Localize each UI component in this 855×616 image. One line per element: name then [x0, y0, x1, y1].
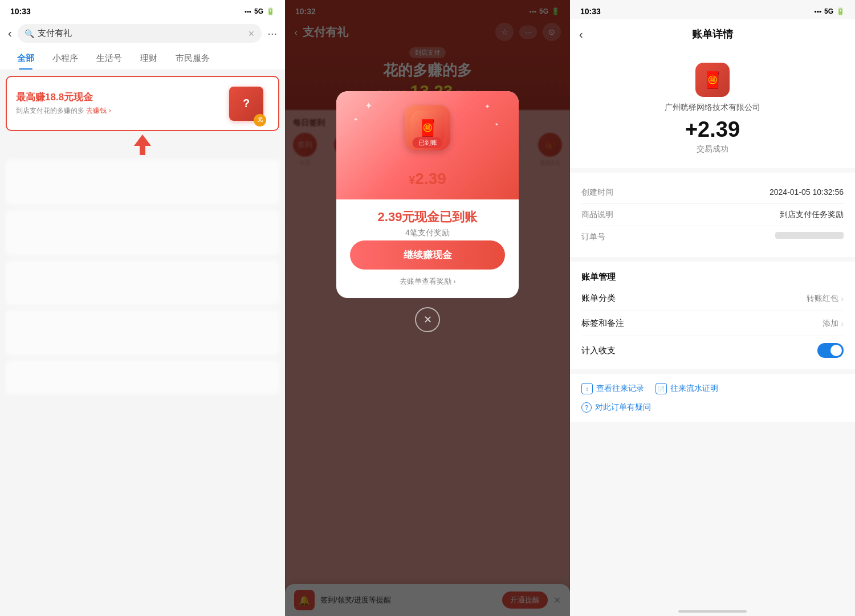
info-label-product: 商品说明 [581, 210, 613, 220]
dispute-label: 对此订单有疑问 [595, 402, 651, 413]
status-bar-p1: 10:33 ▪▪▪ 5G 🔋 [0, 0, 285, 19]
info-label-time: 创建时间 [581, 187, 613, 198]
view-history-link[interactable]: ↕ 查看往来记录 [581, 383, 644, 394]
mgmt-label-income: 计入收支 [581, 345, 616, 356]
action-row-2: ? 对此订单有疑问 [581, 402, 844, 413]
blur-item-4 [6, 310, 279, 356]
mgmt-row-tag[interactable]: 标签和备注 添加 › [581, 311, 844, 336]
battery-p1: 🔋 [266, 7, 275, 15]
question-icon: ? [581, 402, 592, 413]
info-row-product: 商品说明 到店支付任务奖励 [581, 204, 844, 226]
red-arrow-icon [134, 134, 151, 155]
title-prefix: 最高赚 [16, 92, 45, 103]
actions-section: ↕ 查看往来记录 📄 往来流水证明 ? 对此订单有疑问 [570, 374, 855, 422]
popup-icon-tag: 已到账 [413, 137, 443, 148]
search-nav: ‹ 🔍 支付有礼 ✕ ··· [0, 19, 285, 47]
search-icon: 🔍 [25, 29, 34, 38]
sparkle-3: ✦ [484, 103, 490, 111]
blur-item-2 [6, 210, 279, 255]
tab-miniprogram[interactable]: 小程序 [43, 47, 87, 70]
mgmt-label-category: 账单分类 [581, 293, 616, 304]
signal-p1: ▪▪▪ [245, 8, 251, 15]
chevron-right-icon-category: › [841, 294, 844, 303]
tab-all[interactable]: 全部 [8, 47, 43, 70]
search-content: 最高赚18.8元现金 到店支付花的多赚的多 去赚钱 › 元 [0, 70, 285, 616]
spacer [570, 422, 855, 605]
tab-finance[interactable]: 理财 [131, 47, 166, 70]
chevron-right-icon-tag: › [841, 319, 844, 328]
back-button-p1[interactable]: ‹ [8, 27, 12, 40]
home-indicator [678, 610, 747, 613]
popup-main-text: 2.39元现金已到账 [350, 209, 505, 226]
popup-icon-inner: 🧧 已到账 [410, 111, 445, 145]
search-tabs: 全部 小程序 生活号 理财 市民服务 [0, 47, 285, 70]
mgmt-row-category[interactable]: 账单分类 转账红包 › [581, 286, 844, 311]
svg-marker-0 [134, 134, 151, 155]
info-label-orderid: 订单号 [581, 232, 605, 242]
income-toggle[interactable] [817, 343, 844, 358]
mgmt-value-category: 转账红包 [807, 293, 838, 304]
mgmt-label-tag: 标签和备注 [581, 318, 624, 329]
detail-header: ‹ 账单详情 [570, 19, 855, 49]
popup-amount: ¥¥2.392.39 [409, 170, 446, 188]
popup-desc: 4笔支付奖励 [350, 228, 505, 238]
blur-item-1 [6, 160, 279, 205]
info-value-orderid [775, 232, 844, 239]
hongbao-icon: 元 [229, 87, 263, 121]
blur-item-5 [6, 360, 279, 394]
sparkle-4: ✦ [495, 122, 499, 127]
popup-yen: ¥ [409, 174, 415, 186]
tab-life[interactable]: 生活号 [87, 47, 131, 70]
statement-icon: 📄 [656, 383, 667, 394]
view-history-label: 查看往来记录 [596, 384, 644, 394]
dispute-link[interactable]: ? 对此订单有疑问 [581, 402, 651, 413]
search-bar[interactable]: 🔍 支付有礼 ✕ [18, 24, 262, 43]
page-title-p3: 账单详情 [692, 27, 733, 41]
merchant-name: 广州咣驿网络技术有限公司 [665, 103, 760, 113]
popup-close-button[interactable]: ✕ [415, 307, 440, 332]
card-title: 最高赚18.8元现金 [16, 91, 223, 104]
time-p3: 10:33 [580, 7, 601, 16]
search-clear-icon[interactable]: ✕ [248, 29, 255, 38]
popup-overlay: ✦ ✦ ✦ ✦ 🧧 已到账 ¥¥2.392.39 [285, 0, 570, 616]
title-amount: 18.8元现金 [45, 92, 93, 103]
signal-p3: ▪▪▪ [814, 7, 821, 15]
merchant-card: 🧧 广州咣驿网络技术有限公司 +2.39 交易成功 [570, 49, 855, 173]
network-p3: 5G [824, 7, 833, 15]
transaction-status: 交易成功 [697, 144, 728, 154]
tab-citizen[interactable]: 市民服务 [166, 47, 219, 70]
info-section: 创建时间 2024-01-05 10:32:56 商品说明 到店支付任务奖励 订… [570, 173, 855, 262]
blur-item-3 [6, 260, 279, 305]
transaction-amount: +2.39 [685, 117, 740, 142]
merchant-icon: 🧧 [695, 63, 730, 97]
management-section: 账单管理 账单分类 转账红包 › 标签和备注 添加 › 计入收支 [570, 262, 855, 374]
info-row-orderid: 订单号 [581, 226, 844, 248]
view-statement-label: 往来流水证明 [670, 384, 718, 394]
card-image: 元 [223, 85, 269, 122]
battery-p3: 🔋 [836, 7, 845, 15]
search-input[interactable]: 支付有礼 [38, 28, 245, 39]
highlight-card[interactable]: 最高赚18.8元现金 到店支付花的多赚的多 去赚钱 › 元 [6, 76, 279, 131]
time-p1: 10:33 [10, 7, 31, 16]
history-icon: ↕ [581, 383, 593, 394]
panel-detail: 10:33 ▪▪▪ 5G 🔋 ‹ 账单详情 🧧 广州咣驿网络技术有限公司 +2.… [570, 0, 855, 616]
earn-link[interactable]: 去赚钱 › [86, 106, 111, 116]
popup-bottom: 2.39元现金已到账 4笔支付奖励 继续赚现金 去账单查看奖励 › [336, 199, 519, 287]
panel-search: 10:33 ▪▪▪ 5G 🔋 ‹ 🔍 支付有礼 ✕ ··· 全部 小程序 生活号… [0, 0, 285, 616]
view-bill-link[interactable]: 去账单查看奖励 › [350, 276, 505, 287]
hongbao-badge: 元 [254, 114, 266, 127]
continue-earn-button[interactable]: 继续赚现金 [350, 240, 505, 270]
mgmt-value-tag: 添加 [823, 319, 838, 329]
more-button-p1[interactable]: ··· [267, 27, 277, 40]
mgmt-row-income: 计入收支 [581, 336, 844, 365]
mgmt-title: 账单管理 [581, 266, 844, 286]
card-left: 最高赚18.8元现金 到店支付花的多赚的多 去赚钱 › [16, 91, 223, 116]
back-button-p3[interactable]: ‹ [579, 28, 583, 41]
info-row-time: 创建时间 2024-01-05 10:32:56 [581, 182, 844, 204]
popup-icon: 🧧 已到账 [405, 105, 450, 150]
panel-app: 10:32 ▪▪▪ 5G 🔋 ‹ 支付有礼 ☆ ··· ⊙ 到店支付 花的多赚的… [285, 0, 570, 616]
action-row-1: ↕ 查看往来记录 📄 往来流水证明 [581, 383, 844, 394]
reward-popup: ✦ ✦ ✦ ✦ 🧧 已到账 ¥¥2.392.39 [336, 91, 519, 298]
status-bar-p3: 10:33 ▪▪▪ 5G 🔋 [570, 0, 855, 19]
view-statement-link[interactable]: 📄 往来流水证明 [656, 383, 718, 394]
